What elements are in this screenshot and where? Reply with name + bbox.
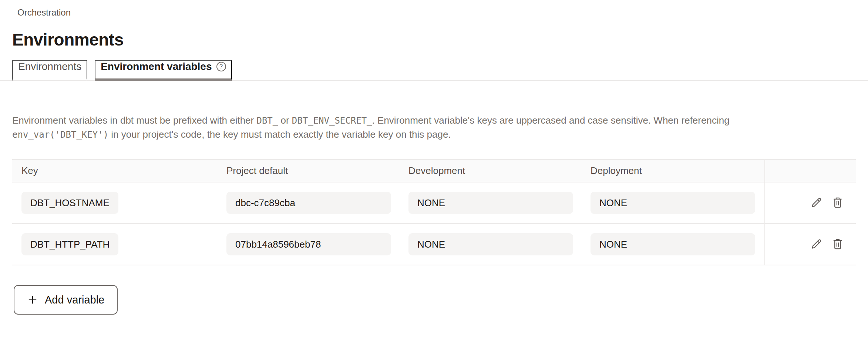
description-text: . Environment variable's keys are upperc… (372, 115, 730, 126)
key-cell: DBT_HOSTNAME (12, 192, 226, 214)
description-text: Environment variables in dbt must be pre… (12, 115, 256, 126)
help-icon[interactable]: ? (216, 62, 226, 71)
column-header-key: Key (12, 165, 226, 177)
plus-icon (27, 294, 38, 305)
page-title: Environments (12, 30, 868, 49)
tab-bar: Environments Environment variables ? (0, 60, 868, 81)
row-actions (764, 182, 856, 223)
code-dbt-env-secret-prefix: DBT_ENV_SECRET_ (292, 115, 372, 126)
tab-environments-label: Environments (18, 61, 81, 73)
project-default-value: dbc-c7c89cba (226, 192, 391, 214)
table-header-row: Key Project default Development Deployme… (12, 160, 856, 182)
deployment-value: NONE (591, 192, 755, 214)
env-vars-description: Environment variables in dbt must be pre… (12, 114, 797, 142)
tab-environments[interactable]: Environments (12, 60, 87, 81)
pencil-icon (810, 238, 823, 251)
environment-variables-table: Key Project default Development Deployme… (12, 159, 856, 265)
tab-environment-variables[interactable]: Environment variables ? (95, 60, 232, 81)
add-variable-button[interactable]: Add variable (14, 285, 118, 315)
trash-icon (831, 196, 844, 209)
code-dbt-prefix: DBT_ (256, 115, 278, 126)
delete-variable-button[interactable] (831, 196, 845, 210)
deployment-cell: NONE (591, 233, 764, 255)
table-row: DBT_HTTP_PATH 07bb14a8596beb78 NONE NONE (12, 224, 856, 265)
development-value: NONE (408, 192, 573, 214)
row-actions (764, 224, 856, 265)
add-variable-label: Add variable (45, 294, 104, 306)
key-cell: DBT_HTTP_PATH (12, 233, 226, 255)
code-env-var-example: env_var('DBT_KEY') (12, 130, 108, 140)
deployment-value: NONE (591, 233, 755, 255)
variable-key-value: DBT_HTTP_PATH (21, 233, 118, 255)
column-header-actions (764, 160, 856, 182)
variable-key-value: DBT_HOSTNAME (21, 192, 118, 214)
project-default-cell: dbc-c7c89cba (226, 192, 408, 214)
pencil-icon (810, 196, 823, 209)
edit-variable-button[interactable] (809, 196, 823, 210)
development-cell: NONE (408, 233, 591, 255)
development-value: NONE (408, 233, 573, 255)
column-header-project-default: Project default (226, 165, 408, 177)
column-header-deployment: Deployment (591, 165, 764, 177)
breadcrumb: Orchestration (0, 0, 868, 18)
column-header-development: Development (408, 165, 591, 177)
delete-variable-button[interactable] (831, 237, 845, 251)
trash-icon (831, 238, 844, 251)
project-default-value: 07bb14a8596beb78 (226, 233, 391, 255)
deployment-cell: NONE (591, 192, 764, 214)
table-row: DBT_HOSTNAME dbc-c7c89cba NONE NONE (12, 182, 856, 224)
description-text: in your project's code, the key must mat… (108, 129, 451, 140)
development-cell: NONE (408, 192, 591, 214)
description-text: or (278, 115, 292, 126)
tab-environment-variables-label: Environment variables (101, 61, 212, 73)
edit-variable-button[interactable] (809, 237, 823, 251)
project-default-cell: 07bb14a8596beb78 (226, 233, 408, 255)
